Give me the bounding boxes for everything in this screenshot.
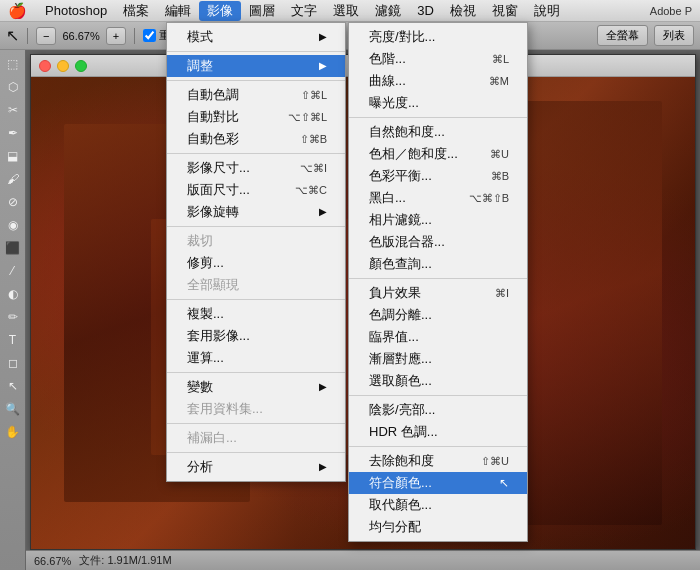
zoom-out-btn[interactable]: − (36, 27, 56, 45)
menu-edit[interactable]: 編輯 (157, 1, 199, 21)
menu-crop: 裁切 (167, 230, 345, 252)
menu-select[interactable]: 選取 (325, 1, 367, 21)
tool-hand[interactable]: ✋ (3, 422, 23, 442)
shortcut-label: ⌥⇧⌘L (288, 108, 327, 126)
tool-gradient[interactable]: ∕ (3, 261, 23, 281)
fullscreen-btn[interactable]: 全螢幕 (597, 25, 648, 46)
menu-filter[interactable]: 濾鏡 (367, 1, 409, 21)
adjust-invert[interactable]: 負片效果 ⌘I (349, 282, 527, 304)
separator (167, 51, 345, 52)
menu-text[interactable]: 文字 (283, 1, 325, 21)
adjust-exposure[interactable]: 曝光度... (349, 92, 527, 114)
adjust-gradient-map[interactable]: 漸層對應... (349, 348, 527, 370)
menu-calculations[interactable]: 運算... (167, 347, 345, 369)
adjust-color-lookup[interactable]: 顏色查詢... (349, 253, 527, 275)
menu-image-size[interactable]: 影像尺寸... ⌥⌘I (167, 157, 345, 179)
menu-canvas-size[interactable]: 版面尺寸... ⌥⌘C (167, 179, 345, 201)
zoom-in-btn[interactable]: + (106, 27, 126, 45)
tool-zoom[interactable]: 🔍 (3, 399, 23, 419)
adjust-shadow-highlight[interactable]: 陰影/亮部... (349, 399, 527, 421)
menu-analysis[interactable]: 分析 ▶ (167, 456, 345, 478)
tool-text[interactable]: T (3, 330, 23, 350)
tool-lasso[interactable]: ⬡ (3, 77, 23, 97)
adjust-match-color[interactable]: 符合顏色... ↖ (349, 472, 527, 494)
tool-clone[interactable]: ⊘ (3, 192, 23, 212)
menu-auto-color[interactable]: 自動色彩 ⇧⌘B (167, 128, 345, 150)
tool-pen[interactable]: ✏ (3, 307, 23, 327)
menu-3d[interactable]: 3D (409, 2, 442, 19)
shortcut-label: ⌥⌘C (295, 181, 327, 199)
menu-apply-image[interactable]: 套用影像... (167, 325, 345, 347)
resize-checkbox[interactable] (143, 29, 156, 42)
menu-photoshop[interactable]: Photoshop (37, 2, 115, 19)
zoom-status: 66.67% (34, 555, 71, 567)
menu-layer[interactable]: 圖層 (241, 1, 283, 21)
tool-icon-arrow[interactable]: ↖ (6, 26, 19, 45)
arrow-icon: ▶ (319, 203, 327, 221)
adjust-color-balance[interactable]: 色彩平衡... ⌘B (349, 165, 527, 187)
tool-eraser[interactable]: ⬛ (3, 238, 23, 258)
separator (349, 278, 527, 279)
tool-heal[interactable]: ⬓ (3, 146, 23, 166)
status-bar: 66.67% 文件: 1.91M/1.91M (26, 550, 700, 570)
menu-trim[interactable]: 修剪... (167, 252, 345, 274)
menu-duplicate[interactable]: 複製... (167, 303, 345, 325)
adjust-photo-filter[interactable]: 相片濾鏡... (349, 209, 527, 231)
separator (167, 452, 345, 453)
adjust-posterize[interactable]: 色調分離... (349, 304, 527, 326)
menu-file[interactable]: 檔案 (115, 1, 157, 21)
separator (167, 423, 345, 424)
tool-dodge[interactable]: ◐ (3, 284, 23, 304)
shortcut-label: ⇧⌘B (300, 130, 327, 148)
shortcut-label: ⌥⌘I (300, 159, 327, 177)
adjust-replace-color[interactable]: 取代顏色... (349, 494, 527, 516)
shortcut-label: ⇧⌘L (301, 86, 327, 104)
menu-variables[interactable]: 變數 ▶ (167, 376, 345, 398)
menu-apply-dataset: 套用資料集... (167, 398, 345, 420)
shortcut-label: ⌘M (489, 72, 509, 90)
adjust-selective-color[interactable]: 選取顏色... (349, 370, 527, 392)
adjust-hdr-toning[interactable]: HDR 色調... (349, 421, 527, 443)
adjust-levels[interactable]: 色階... ⌘L (349, 48, 527, 70)
menu-mode[interactable]: 模式 ▶ (167, 26, 345, 48)
tool-history[interactable]: ◉ (3, 215, 23, 235)
apple-logo[interactable]: 🍎 (8, 2, 27, 20)
adjust-hue-sat[interactable]: 色相／飽和度... ⌘U (349, 143, 527, 165)
separator (167, 153, 345, 154)
adjust-vibrance[interactable]: 自然飽和度... (349, 121, 527, 143)
close-button[interactable] (39, 60, 51, 72)
menu-auto-tone[interactable]: 自動色調 ⇧⌘L (167, 84, 345, 106)
menu-image-rotate[interactable]: 影像旋轉 ▶ (167, 201, 345, 223)
separator (167, 226, 345, 227)
image-menu[interactable]: 模式 ▶ 調整 ▶ 自動色調 ⇧⌘L 自動對比 ⌥⇧⌘L 自動色彩 ⇧⌘B 影像… (166, 22, 346, 482)
menu-auto-contrast[interactable]: 自動對比 ⌥⇧⌘L (167, 106, 345, 128)
maximize-button[interactable] (75, 60, 87, 72)
shortcut-label: ⌘L (492, 50, 509, 68)
menu-image[interactable]: 影像 (199, 1, 241, 21)
tool-shape[interactable]: ◻ (3, 353, 23, 373)
list-btn[interactable]: 列表 (654, 25, 694, 46)
tool-marquee[interactable]: ⬚ (3, 54, 23, 74)
adjust-submenu[interactable]: 亮度/對比... 色階... ⌘L 曲線... ⌘M 曝光度... 自然飽和度.… (348, 22, 528, 542)
menu-view[interactable]: 檢視 (442, 1, 484, 21)
cursor-icon: ↖ (499, 474, 509, 492)
minimize-button[interactable] (57, 60, 69, 72)
tool-brush[interactable]: 🖌 (3, 169, 23, 189)
tool-move[interactable]: ↖ (3, 376, 23, 396)
adjust-channel-mixer[interactable]: 色版混合器... (349, 231, 527, 253)
zoom-percent: 66.67% (60, 30, 101, 42)
tool-eyedrop[interactable]: ✒ (3, 123, 23, 143)
menu-help[interactable]: 說明 (526, 1, 568, 21)
adjust-desaturate[interactable]: 去除飽和度 ⇧⌘U (349, 450, 527, 472)
adjust-curves[interactable]: 曲線... ⌘M (349, 70, 527, 92)
adjust-equalize[interactable]: 均勻分配 (349, 516, 527, 538)
adjust-threshold[interactable]: 臨界值... (349, 326, 527, 348)
toolbox: ⬚ ⬡ ✂ ✒ ⬓ 🖌 ⊘ ◉ ⬛ ∕ ◐ ✏ T ◻ ↖ 🔍 ✋ (0, 50, 26, 570)
menu-window[interactable]: 視窗 (484, 1, 526, 21)
separator (167, 299, 345, 300)
adjust-black-white[interactable]: 黑白... ⌥⌘⇧B (349, 187, 527, 209)
separator (167, 80, 345, 81)
adjust-brightness[interactable]: 亮度/對比... (349, 26, 527, 48)
menu-adjust[interactable]: 調整 ▶ (167, 55, 345, 77)
tool-crop[interactable]: ✂ (3, 100, 23, 120)
